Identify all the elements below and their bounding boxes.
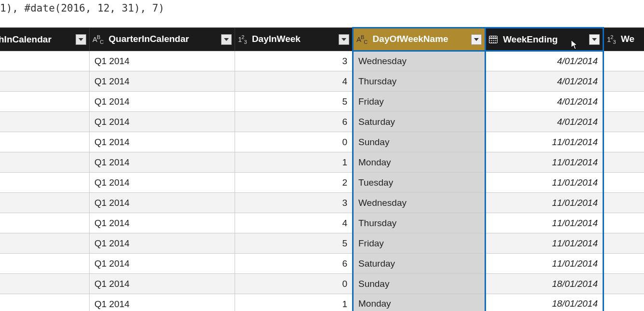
cell-weekending[interactable]: 4/01/2014 bbox=[486, 112, 604, 132]
cell-partial[interactable] bbox=[604, 173, 644, 193]
table-row[interactable]: Q1 20141Monday11/01/2014 bbox=[0, 152, 644, 173]
cell-partial[interactable] bbox=[604, 254, 644, 274]
formula-bar[interactable]: 1), #date(2016, 12, 31), 7) bbox=[0, 0, 644, 27]
cell-weekending[interactable]: 4/01/2014 bbox=[486, 51, 604, 71]
cell-dayname[interactable]: Monday bbox=[353, 152, 486, 173]
cell-quarter[interactable]: Q1 2014 bbox=[90, 152, 235, 173]
cell-dayname[interactable]: Sunday bbox=[353, 274, 486, 294]
cell-dayinweek[interactable]: 5 bbox=[235, 92, 353, 112]
cell-dayinweek[interactable]: 3 bbox=[235, 193, 353, 213]
cell-weekending[interactable]: 11/01/2014 bbox=[486, 193, 604, 213]
cell-quarter[interactable]: Q1 2014 bbox=[90, 233, 235, 254]
cell-dayinweek[interactable]: 2 bbox=[235, 173, 353, 193]
cell-partial[interactable] bbox=[604, 112, 644, 132]
cell-monthincalendar[interactable] bbox=[0, 71, 90, 92]
col-header-quarterincalendar[interactable]: ABC QuarterInCalendar bbox=[90, 28, 235, 51]
cell-partial[interactable] bbox=[604, 51, 644, 71]
cell-quarter[interactable]: Q1 2014 bbox=[90, 254, 235, 274]
cell-dayinweek[interactable]: 0 bbox=[235, 274, 353, 294]
cell-monthincalendar[interactable] bbox=[0, 193, 90, 213]
cell-partial[interactable] bbox=[604, 132, 644, 152]
cell-dayname[interactable]: Saturday bbox=[353, 254, 486, 274]
cell-weekending[interactable]: 11/01/2014 bbox=[486, 213, 604, 233]
cell-weekending[interactable]: 11/01/2014 bbox=[486, 173, 604, 193]
cell-monthincalendar[interactable] bbox=[0, 213, 90, 233]
cell-quarter[interactable]: Q1 2014 bbox=[90, 71, 235, 92]
cell-weekending[interactable]: 18/01/2014 bbox=[486, 274, 604, 294]
cell-quarter[interactable]: Q1 2014 bbox=[90, 112, 235, 132]
table-row[interactable]: Q1 20140Sunday11/01/2014 bbox=[0, 132, 644, 152]
table-row[interactable]: Q1 20143Wednesday11/01/2014 bbox=[0, 193, 644, 213]
cell-weekending[interactable]: 4/01/2014 bbox=[486, 71, 604, 92]
cell-weekending[interactable]: 4/01/2014 bbox=[486, 92, 604, 112]
col-header-weekending[interactable]: WeekEnding bbox=[486, 28, 604, 51]
cell-dayinweek[interactable]: 0 bbox=[235, 132, 353, 152]
cell-monthincalendar[interactable] bbox=[0, 294, 90, 311]
col-header-monthincalendar[interactable]: hInCalendar bbox=[0, 28, 90, 51]
cell-dayinweek[interactable]: 6 bbox=[235, 112, 353, 132]
cell-quarter[interactable]: Q1 2014 bbox=[90, 274, 235, 294]
table-row[interactable]: Q1 20146Saturday11/01/2014 bbox=[0, 254, 644, 274]
col-header-partial-next[interactable]: 123 We bbox=[604, 28, 644, 51]
table-row[interactable]: Q1 20143Wednesday4/01/2014 bbox=[0, 51, 644, 71]
cell-dayname[interactable]: Sunday bbox=[353, 132, 486, 152]
table-row[interactable]: Q1 20144Thursday4/01/2014 bbox=[0, 71, 644, 92]
filter-dropdown-icon[interactable] bbox=[339, 34, 349, 45]
cell-monthincalendar[interactable] bbox=[0, 173, 90, 193]
cell-quarter[interactable]: Q1 2014 bbox=[90, 51, 235, 71]
cell-dayname[interactable]: Wednesday bbox=[353, 193, 486, 213]
cell-quarter[interactable]: Q1 2014 bbox=[90, 193, 235, 213]
filter-dropdown-icon[interactable] bbox=[471, 34, 482, 45]
cell-dayinweek[interactable]: 4 bbox=[235, 71, 353, 92]
table-row[interactable]: Q1 20141Monday18/01/2014 bbox=[0, 294, 644, 311]
cell-partial[interactable] bbox=[604, 294, 644, 311]
cell-monthincalendar[interactable] bbox=[0, 274, 90, 294]
cell-partial[interactable] bbox=[604, 71, 644, 92]
cell-quarter[interactable]: Q1 2014 bbox=[90, 213, 235, 233]
cell-quarter[interactable]: Q1 2014 bbox=[90, 173, 235, 193]
cell-partial[interactable] bbox=[604, 193, 644, 213]
cell-partial[interactable] bbox=[604, 274, 644, 294]
col-header-dayinweek[interactable]: 123 DayInWeek bbox=[235, 28, 353, 51]
cell-dayinweek[interactable]: 4 bbox=[235, 213, 353, 233]
cell-monthincalendar[interactable] bbox=[0, 152, 90, 173]
cell-partial[interactable] bbox=[604, 92, 644, 112]
col-header-dayofweekname[interactable]: ABC DayOfWeekName bbox=[353, 28, 486, 51]
cell-dayname[interactable]: Thursday bbox=[353, 213, 486, 233]
table-row[interactable]: Q1 20145Friday4/01/2014 bbox=[0, 92, 644, 112]
table-row[interactable]: Q1 20146Saturday4/01/2014 bbox=[0, 112, 644, 132]
cell-partial[interactable] bbox=[604, 213, 644, 233]
cell-dayinweek[interactable]: 3 bbox=[235, 51, 353, 71]
table-row[interactable]: Q1 20140Sunday18/01/2014 bbox=[0, 274, 644, 294]
cell-weekending[interactable]: 18/01/2014 bbox=[486, 294, 604, 311]
cell-weekending[interactable]: 11/01/2014 bbox=[486, 233, 604, 254]
table-row[interactable]: Q1 20145Friday11/01/2014 bbox=[0, 233, 644, 254]
cell-dayname[interactable]: Monday bbox=[353, 294, 486, 311]
cell-dayinweek[interactable]: 5 bbox=[235, 233, 353, 254]
cell-dayinweek[interactable]: 1 bbox=[235, 294, 353, 311]
cell-weekending[interactable]: 11/01/2014 bbox=[486, 132, 604, 152]
cell-monthincalendar[interactable] bbox=[0, 112, 90, 132]
cell-dayname[interactable]: Saturday bbox=[353, 112, 486, 132]
filter-dropdown-icon[interactable] bbox=[589, 34, 600, 45]
table-row[interactable]: Q1 20142Tuesday11/01/2014 bbox=[0, 173, 644, 193]
filter-dropdown-icon[interactable] bbox=[221, 34, 232, 45]
cell-monthincalendar[interactable] bbox=[0, 92, 90, 112]
cell-quarter[interactable]: Q1 2014 bbox=[90, 132, 235, 152]
cell-weekending[interactable]: 11/01/2014 bbox=[486, 152, 604, 173]
cell-weekending[interactable]: 11/01/2014 bbox=[486, 254, 604, 274]
cell-monthincalendar[interactable] bbox=[0, 254, 90, 274]
cell-dayname[interactable]: Tuesday bbox=[353, 173, 486, 193]
cell-dayname[interactable]: Wednesday bbox=[353, 51, 486, 71]
cell-dayname[interactable]: Thursday bbox=[353, 71, 486, 92]
cell-monthincalendar[interactable] bbox=[0, 233, 90, 254]
cell-dayname[interactable]: Friday bbox=[353, 92, 486, 112]
filter-dropdown-icon[interactable] bbox=[76, 34, 86, 45]
cell-dayinweek[interactable]: 1 bbox=[235, 152, 353, 173]
cell-quarter[interactable]: Q1 2014 bbox=[90, 294, 235, 311]
cell-dayinweek[interactable]: 6 bbox=[235, 254, 353, 274]
table-row[interactable]: Q1 20144Thursday11/01/2014 bbox=[0, 213, 644, 233]
cell-partial[interactable] bbox=[604, 152, 644, 173]
cell-dayname[interactable]: Friday bbox=[353, 233, 486, 254]
cell-partial[interactable] bbox=[604, 233, 644, 254]
